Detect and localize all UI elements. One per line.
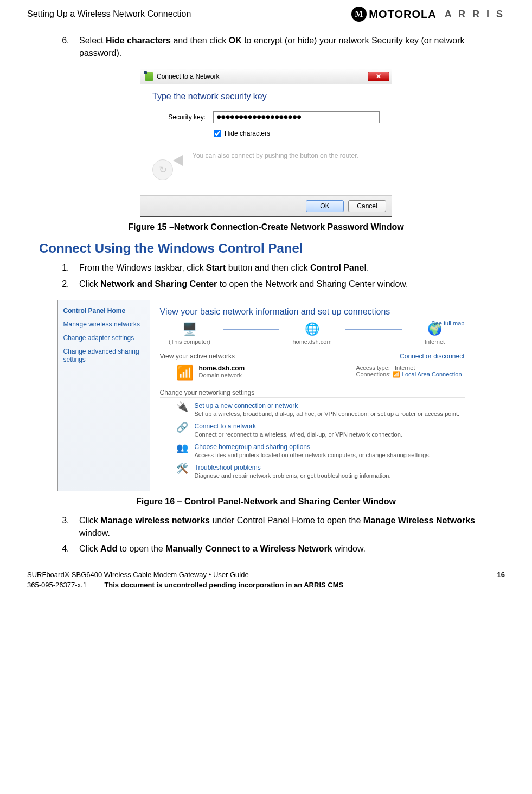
- network-map: See full map 🖥️ (This computer) 🌐 home.d…: [160, 322, 465, 345]
- page-number: 16: [497, 571, 505, 579]
- settings-item[interactable]: 🔌Set up a new connection or networkSet u…: [176, 402, 465, 417]
- active-network-row: 📶 home.dsh.com Domain network Access typ…: [176, 364, 465, 381]
- connect-disconnect-link[interactable]: Connect or disconnect: [400, 353, 464, 360]
- settings-item[interactable]: 🔗Connect to a networkConnect or reconnec…: [176, 422, 465, 438]
- active-networks-heading: View your active networks Connect or dis…: [160, 353, 465, 361]
- settings-item-desc: Set up a wireless, broadband, dial-up, a…: [195, 411, 460, 417]
- domain-network-icon: 📶: [176, 364, 191, 381]
- settings-item-desc: Access files and printers located on oth…: [195, 452, 431, 458]
- settings-item-icon: 🛠️: [176, 464, 188, 473]
- page-header: Setting Up a Wireless Network Connection…: [27, 0, 505, 24]
- step-6: Select Hide characters and then click OK…: [72, 34, 493, 59]
- dialog-heading: Type the network security key: [152, 92, 380, 101]
- settings-item-desc: Diagnose and repair network problems, or…: [195, 472, 391, 479]
- sidebar-link-advanced-sharing[interactable]: Change advanced sharing settings: [63, 348, 144, 364]
- network-sharing-center-window: Control Panel Home Manage wireless netwo…: [57, 300, 475, 491]
- footer-product: SURFboard® SBG6400 Wireless Cable Modem …: [27, 571, 249, 579]
- cancel-button[interactable]: Cancel: [348, 200, 386, 212]
- signal-icon: 📶: [393, 371, 400, 377]
- connect-network-dialog: Connect to a Network ✕ Type the network …: [140, 69, 392, 217]
- motorola-text: MOTOROLA: [369, 8, 436, 21]
- control-panel-sidebar: Control Panel Home Manage wireless netwo…: [58, 300, 150, 491]
- settings-item-title: Set up a new connection or network: [195, 402, 460, 409]
- network-node-icon: 🌐: [305, 322, 319, 336]
- logos: M MOTOROLA A R R I S: [351, 7, 505, 22]
- step-3: Click Manage wireless networks under Con…: [72, 514, 493, 539]
- footer-notice: This document is uncontrolled pending in…: [104, 581, 343, 589]
- dialog-title: Connect to a Network: [157, 73, 219, 80]
- figure-15-caption: Figure 15 –Network Connection-Create Net…: [128, 222, 403, 232]
- security-key-input[interactable]: ●●●●●●●●●●●●●●●●●●●: [213, 111, 380, 123]
- settings-item-icon: 👥: [176, 443, 188, 453]
- footer-docnum: 365-095-26377-x.1: [27, 581, 87, 589]
- panel-heading: View your basic network information and …: [160, 307, 465, 317]
- internet-label: Internet: [425, 338, 445, 345]
- header-title: Setting Up a Wireless Network Connection: [27, 9, 191, 19]
- dialog-titlebar: Connect to a Network ✕: [140, 69, 392, 84]
- settings-item-title: Troubleshoot problems: [195, 464, 391, 471]
- connector-icon: [345, 328, 402, 330]
- hide-characters-checkbox[interactable]: [214, 130, 221, 137]
- network-type: Domain network: [199, 372, 349, 379]
- pc-icon: 🖥️: [182, 322, 197, 336]
- ok-button[interactable]: OK: [306, 200, 344, 212]
- dialog-buttons: OK Cancel: [140, 195, 392, 216]
- hide-characters-label: Hide characters: [225, 130, 270, 137]
- refresh-icon: ↻: [152, 159, 173, 180]
- page-footer: SURFboard® SBG6400 Wireless Cable Modem …: [27, 566, 505, 602]
- sidebar-home: Control Panel Home: [63, 307, 144, 315]
- figure-15: Connect to a Network ✕ Type the network …: [39, 69, 493, 232]
- step-2: Click Network and Sharing Center to open…: [72, 278, 493, 290]
- settings-item-icon: 🔌: [176, 402, 188, 412]
- section-heading: Connect Using the Windows Control Panel: [39, 241, 493, 256]
- settings-item[interactable]: 👥Choose homegroup and sharing optionsAcc…: [176, 443, 465, 458]
- settings-item-icon: 🔗: [176, 422, 188, 432]
- connection-link[interactable]: Local Area Connection: [402, 371, 462, 377]
- pc-label: (This computer): [169, 338, 210, 345]
- settings-item-desc: Connect or reconnect to a wireless, wire…: [195, 431, 402, 438]
- sidebar-link-adapter-settings[interactable]: Change adapter settings: [63, 334, 144, 342]
- step-4: Click Add to open the Manually Connect t…: [72, 542, 493, 555]
- connector-icon: [223, 328, 279, 330]
- step-1: From the Windows taskbar, click Start bu…: [72, 261, 493, 274]
- close-button[interactable]: ✕: [368, 72, 389, 81]
- figure-16-caption: Figure 16 – Control Panel-Network and Sh…: [136, 497, 396, 507]
- network-name: home.dsh.com: [199, 364, 349, 372]
- wps-hint: ↻ You can also connect by pushing the bu…: [152, 152, 380, 180]
- divider: [152, 146, 380, 146]
- motorola-logo: M MOTOROLA: [351, 7, 436, 22]
- security-key-label: Security key:: [163, 113, 206, 121]
- wps-text: You can also connect by pushing the butt…: [193, 152, 358, 159]
- network-icon: [145, 72, 153, 81]
- arris-logo: A R R I S: [440, 9, 505, 20]
- see-full-map-link[interactable]: See full map: [431, 320, 464, 326]
- wps-router-icon: ↻: [152, 152, 185, 180]
- settings-item-title: Connect to a network: [195, 422, 402, 430]
- motorola-batwing-icon: M: [351, 7, 367, 22]
- sidebar-link-manage-wireless[interactable]: Manage wireless networks: [63, 321, 144, 329]
- settings-item-title: Choose homegroup and sharing options: [195, 443, 431, 451]
- figure-16: Control Panel Home Manage wireless netwo…: [39, 300, 493, 507]
- change-settings-heading: Change your networking settings: [160, 389, 465, 398]
- settings-item[interactable]: 🛠️Troubleshoot problemsDiagnose and repa…: [176, 464, 465, 479]
- network-node-label: home.dsh.com: [292, 338, 331, 345]
